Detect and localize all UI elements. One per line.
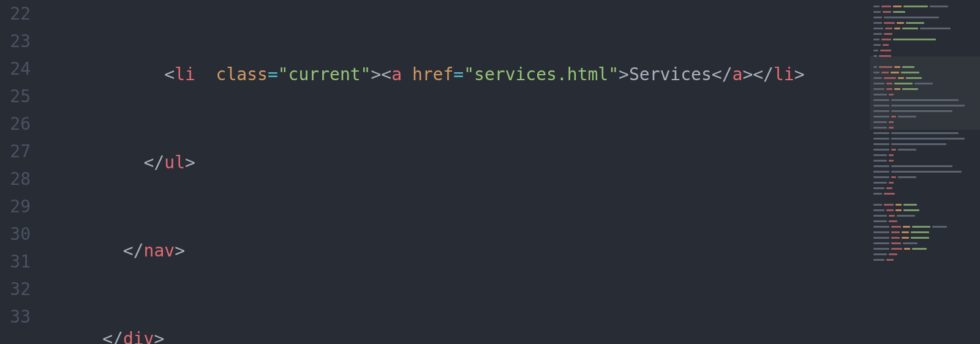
angle-close: > — [619, 64, 629, 84]
line-number: 28 — [0, 165, 31, 193]
line-number: 32 — [0, 275, 31, 303]
attr-class: class — [216, 64, 268, 84]
tag-nav-close: nav — [144, 241, 175, 261]
tag-a-close: a — [733, 64, 743, 84]
code-line[interactable]: </div> — [40, 325, 980, 344]
attr-href: href — [412, 64, 453, 84]
space — [402, 64, 412, 84]
line-number: 22 — [0, 0, 31, 28]
indent — [40, 329, 102, 344]
angle-close: > — [154, 329, 164, 344]
equals: = — [268, 64, 278, 84]
line-number: 26 — [0, 110, 31, 138]
text-content: Services — [629, 64, 712, 84]
angle-open: </ — [123, 241, 144, 261]
equals: = — [453, 64, 464, 84]
angle-close: > — [742, 64, 753, 84]
space — [195, 64, 216, 84]
line-number: 24 — [0, 55, 31, 83]
line-number: 30 — [0, 220, 31, 248]
indent — [40, 241, 123, 261]
line-number: 33 — [0, 303, 31, 331]
angle-open: </ — [753, 64, 774, 84]
angle-open: < — [381, 64, 391, 84]
code-line[interactable]: <li class="current"><a href="services.ht… — [40, 61, 980, 88]
line-number: 29 — [0, 193, 31, 220]
tag-ul-close: ul — [164, 152, 185, 173]
indent — [40, 64, 164, 84]
angle-open: </ — [144, 152, 165, 173]
line-number: 23 — [0, 28, 31, 55]
tag-li: li — [175, 64, 195, 84]
tag-div-close: div — [123, 329, 154, 344]
code-line[interactable]: </ul> — [40, 149, 980, 176]
indent — [40, 152, 144, 173]
angle-open: < — [164, 64, 175, 84]
code-editor[interactable]: 22 23 24 25 26 27 28 29 30 31 32 33 <li … — [0, 0, 980, 344]
code-line[interactable]: </nav> — [40, 237, 980, 264]
tag-a: a — [391, 64, 402, 84]
angle-open: </ — [102, 329, 123, 344]
line-number-gutter: 22 23 24 25 26 27 28 29 30 31 32 33 — [0, 0, 40, 344]
attr-value: "current" — [278, 64, 371, 84]
angle-close: > — [371, 64, 381, 84]
angle-close: > — [185, 152, 195, 173]
tag-li-close: li — [774, 64, 794, 84]
minimap-lines — [873, 5, 978, 264]
code-area[interactable]: <li class="current"><a href="services.ht… — [40, 0, 980, 344]
angle-close: > — [175, 241, 185, 261]
angle-open: </ — [712, 64, 733, 84]
angle-close: > — [794, 64, 805, 84]
line-number: 31 — [0, 248, 31, 275]
line-number: 25 — [0, 83, 31, 110]
line-number: 27 — [0, 138, 31, 165]
attr-value: "services.html" — [464, 64, 619, 84]
minimap[interactable] — [870, 0, 980, 344]
